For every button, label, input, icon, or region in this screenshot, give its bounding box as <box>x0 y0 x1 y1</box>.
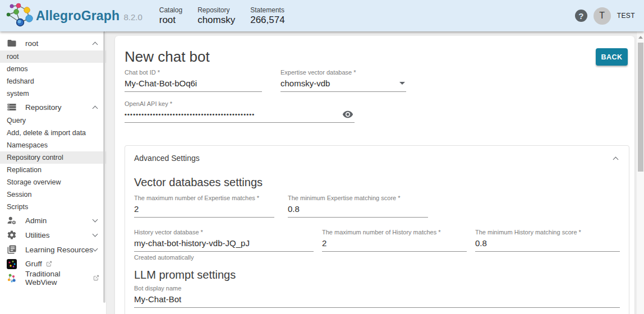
min-expertise-score-value[interactable]: 0.8 <box>288 201 428 218</box>
sidebar-link-traditional-webview[interactable]: Traditional WebView <box>0 271 106 285</box>
sidebar-item-root[interactable]: root <box>0 50 106 63</box>
stat-statements: Statements 266,574 <box>250 6 284 26</box>
sidebar-item-namespaces[interactable]: Namespaces <box>0 139 106 151</box>
folder-icon <box>7 38 17 48</box>
help-icon[interactable]: ? <box>575 10 587 22</box>
back-button[interactable]: BACK <box>596 48 628 66</box>
sidebar-scrollbar[interactable] <box>103 31 105 303</box>
scrollbar-up-arrow-icon[interactable] <box>638 36 643 39</box>
form-card: New chat bot BACK Chat bot ID * My-Chat-… <box>115 36 634 314</box>
openai-api-key-label: OpenAI API key * <box>125 100 355 107</box>
sidebar-item-query[interactable]: Query <box>0 114 106 127</box>
bot-display-name-field[interactable]: Bot display name My-Chat-Bot <box>134 285 620 308</box>
sidebar-item-add-delete-import-data[interactable]: Add, delete & import data <box>0 127 106 139</box>
username-label: TEST <box>617 12 635 20</box>
chat-bot-id-label: Chat bot ID * <box>125 69 262 76</box>
header-stats: Catalog root Repository chomsky Statemen… <box>159 6 285 26</box>
book-icon <box>7 244 17 255</box>
sidebar-item-session[interactable]: Session <box>0 188 106 201</box>
advanced-settings-panel: Advanced Settings Vector databases setti… <box>125 145 629 314</box>
chevron-up-icon <box>613 156 619 162</box>
sidebar-section-repository[interactable]: Repository <box>0 100 106 114</box>
external-link-icon <box>93 275 99 281</box>
sidebar-item-scripts[interactable]: Scripts <box>0 201 106 213</box>
admin-icon <box>7 215 17 225</box>
main-area: New chat bot BACK Chat bot ID * My-Chat-… <box>107 31 644 314</box>
advanced-settings-header[interactable]: Advanced Settings <box>134 154 620 163</box>
user-avatar[interactable]: T <box>594 7 611 25</box>
page-title: New chat bot <box>125 48 629 66</box>
vector-db-settings-heading: Vector databases settings <box>134 176 620 189</box>
visibility-eye-icon[interactable] <box>342 109 353 120</box>
history-vdb-value[interactable]: my-chat-bot-history-vdb-JQ_pJ <box>134 236 314 252</box>
brand-version: 8.2.0 <box>123 12 142 22</box>
chevron-down-icon <box>93 246 98 252</box>
scrollbar-thumb[interactable] <box>638 43 643 172</box>
openai-api-key-value[interactable]: ••••••••••••••••••••••••••••••••••••••••… <box>125 111 255 118</box>
sidebar-item-fedshard[interactable]: fedshard <box>0 75 106 87</box>
sidebar-item-demos[interactable]: demos <box>0 63 106 75</box>
min-history-score-field[interactable]: The minimum History matching score * 0.8 <box>475 229 620 261</box>
max-history-matches-value[interactable]: 2 <box>322 236 467 252</box>
chat-bot-id-field[interactable]: Chat bot ID * My-Chat-Bot-bOq6i <box>125 69 262 92</box>
bot-display-name-value[interactable]: My-Chat-Bot <box>134 292 620 308</box>
gruff-icon <box>7 259 17 269</box>
sidebar-nav: rootrootdemosfedshardsystemRepositoryQue… <box>0 31 107 314</box>
history-vdb-hint: Created automatically <box>134 254 314 261</box>
expertise-vdb-select[interactable]: Expertise vector database * chomsky-vdb <box>280 69 406 92</box>
max-expertise-matches-value[interactable]: 2 <box>134 201 274 218</box>
llm-prompt-settings-heading: LLM prompt settings <box>134 269 620 281</box>
repository-icon <box>7 102 17 112</box>
expertise-vdb-value[interactable]: chomsky-vdb <box>280 78 330 88</box>
app-header: AllegroGraph 8.2.0 Catalog root Reposito… <box>0 0 644 31</box>
openai-api-key-field[interactable]: OpenAI API key * •••••••••••••••••••••••… <box>125 100 355 123</box>
sidebar-item-storage-overview[interactable]: Storage overview <box>0 176 106 188</box>
expertise-vdb-label: Expertise vector database * <box>280 69 406 76</box>
history-vdb-field[interactable]: History vector database * my-chat-bot-hi… <box>134 229 314 261</box>
min-history-score-value[interactable]: 0.8 <box>475 236 620 252</box>
sidebar-section-root[interactable]: root <box>0 36 106 50</box>
stat-repository: Repository chomsky <box>197 6 235 26</box>
sidebar-item-system[interactable]: system <box>0 87 106 100</box>
chat-bot-id-value[interactable]: My-Chat-Bot-bOq6i <box>125 76 262 92</box>
allegrograph-logo-icon <box>4 2 34 30</box>
sidebar-item-replication[interactable]: Replication <box>0 164 106 176</box>
gear-icon <box>7 230 17 240</box>
sidebar-item-repository-control[interactable]: Repository control <box>0 151 106 164</box>
dropdown-caret-icon[interactable] <box>399 82 405 85</box>
sidebar-section-learning-resources[interactable]: Learning Resources <box>0 242 106 257</box>
sidebar-section-admin[interactable]: Admin <box>0 213 106 228</box>
webview-icon <box>7 273 17 283</box>
stat-catalog: Catalog root <box>159 6 182 26</box>
chevron-down-icon <box>93 232 98 237</box>
max-history-matches-field[interactable]: The maximum number of History matches * … <box>322 229 467 261</box>
max-expertise-matches-field[interactable]: The maximum number of Expertise matches … <box>134 195 274 218</box>
chevron-up-icon <box>93 41 98 47</box>
brand-name: AllegroGraph <box>36 8 119 24</box>
external-link-icon <box>46 261 52 267</box>
sidebar-section-utilities[interactable]: Utilities <box>0 228 106 242</box>
advanced-settings-title: Advanced Settings <box>134 154 200 163</box>
chevron-down-icon <box>93 217 98 223</box>
chevron-up-icon <box>93 105 98 111</box>
min-expertise-score-field[interactable]: The minimum Expertise matching score * 0… <box>288 195 428 218</box>
main-scrollbar[interactable] <box>636 31 644 314</box>
sidebar-link-gruff[interactable]: Gruff <box>0 257 106 271</box>
